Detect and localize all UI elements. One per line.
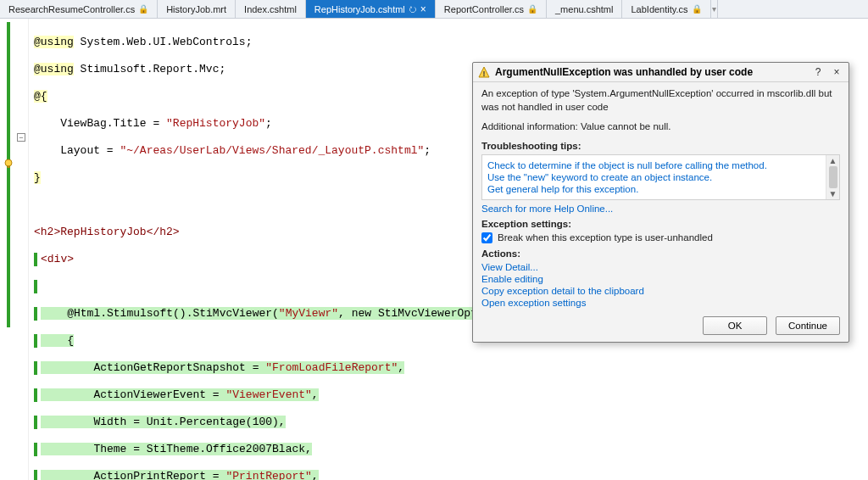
tip-link[interactable]: Use the "new" keyword to create an objec… bbox=[487, 172, 834, 182]
exception-additional-info: Additional information: Value cannot be … bbox=[481, 120, 840, 134]
exception-helper-header: ! ArgumentNullException was unhandled by… bbox=[473, 63, 849, 82]
document-tab-bar: ResearchResumeController.cs 🔒 HistoryJob… bbox=[0, 0, 868, 19]
scroll-down-icon[interactable]: ▼ bbox=[829, 188, 837, 199]
close-icon[interactable]: × bbox=[830, 66, 843, 78]
fold-toggle[interactable]: − bbox=[17, 133, 25, 142]
tab-history-job[interactable]: HistoryJob.mrt bbox=[158, 0, 236, 18]
break-on-exception-checkbox[interactable] bbox=[481, 232, 492, 243]
code-surface[interactable]: @using System.Web.UI.WebControls; @using… bbox=[29, 19, 517, 480]
lock-icon: 🔒 bbox=[692, 4, 702, 14]
tab-menu[interactable]: _menu.cshtml bbox=[547, 0, 622, 18]
scroll-up-icon[interactable]: ▲ bbox=[829, 155, 837, 166]
warning-icon: ! bbox=[478, 66, 490, 78]
break-on-exception-label: Break when this exception type is user-u… bbox=[498, 232, 713, 243]
tip-link[interactable]: Get general help for this exception. bbox=[487, 184, 834, 194]
tab-label: Index.cshtml bbox=[244, 4, 297, 14]
tab-research-resume-controller[interactable]: ResearchResumeController.cs 🔒 bbox=[0, 0, 158, 18]
actions-heading: Actions: bbox=[481, 248, 840, 259]
tab-label: RepHistoryJob.cshtml bbox=[314, 4, 405, 14]
change-marker bbox=[7, 22, 10, 327]
continue-button[interactable]: Continue bbox=[776, 316, 840, 335]
tab-rep-history-job[interactable]: RepHistoryJob.cshtml ⭮ × bbox=[306, 0, 436, 18]
action-copy-detail[interactable]: Copy exception detail to the clipboard bbox=[481, 286, 840, 296]
exception-settings-row[interactable]: Break when this exception type is user-u… bbox=[481, 232, 840, 243]
editor-gutter: − bbox=[0, 19, 29, 480]
action-view-detail[interactable]: View Detail... bbox=[481, 262, 840, 272]
tab-label: LabIdentity.cs bbox=[631, 4, 687, 14]
svg-point-0 bbox=[5, 159, 12, 166]
lock-icon: 🔒 bbox=[527, 4, 537, 14]
lock-icon: 🔒 bbox=[138, 4, 148, 14]
help-icon[interactable]: ? bbox=[811, 66, 825, 78]
exception-settings-heading: Exception settings: bbox=[481, 219, 840, 229]
close-icon[interactable]: × bbox=[420, 3, 426, 15]
tab-label: ReportController.cs bbox=[444, 4, 524, 14]
tab-label: _menu.cshtml bbox=[555, 4, 613, 14]
ok-button[interactable]: OK bbox=[703, 316, 767, 335]
tab-report-controller[interactable]: ReportController.cs 🔒 bbox=[436, 0, 547, 18]
scroll-thumb[interactable] bbox=[829, 166, 837, 188]
svg-rect-1 bbox=[8, 166, 10, 169]
tab-lab-identity[interactable]: LabIdentity.cs 🔒 bbox=[622, 0, 710, 18]
search-help-online-link[interactable]: Search for more Help Online... bbox=[481, 204, 613, 214]
tab-index[interactable]: Index.cshtml bbox=[236, 0, 306, 18]
tab-label: HistoryJob.mrt bbox=[166, 4, 226, 14]
tab-label: ResearchResumeController.cs bbox=[8, 4, 135, 14]
tab-overflow-button[interactable]: ▾ bbox=[711, 0, 718, 18]
svg-text:!: ! bbox=[483, 70, 486, 78]
pin-icon[interactable]: ⭮ bbox=[409, 4, 417, 14]
tips-scrollbar[interactable]: ▲ ▼ bbox=[826, 155, 839, 199]
exception-helper-popup: ! ArgumentNullException was unhandled by… bbox=[472, 62, 849, 343]
exception-description: An exception of type 'System.ArgumentNul… bbox=[481, 87, 840, 114]
action-enable-editing[interactable]: Enable editing bbox=[481, 274, 840, 284]
troubleshooting-heading: Troubleshooting tips: bbox=[481, 141, 840, 151]
tip-link[interactable]: Check to determine if the object is null… bbox=[487, 160, 834, 170]
troubleshooting-tips-list: Check to determine if the object is null… bbox=[481, 154, 840, 200]
exception-title: ArgumentNullException was unhandled by u… bbox=[495, 66, 806, 78]
light-bulb-icon[interactable] bbox=[3, 158, 14, 172]
action-open-settings[interactable]: Open exception settings bbox=[481, 298, 840, 308]
